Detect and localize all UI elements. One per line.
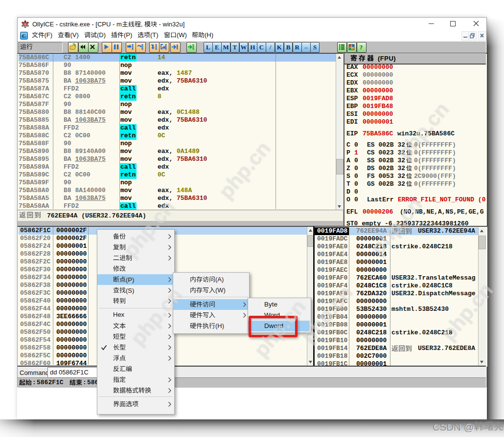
svg-text:?: ? (359, 44, 363, 51)
svg-text:C: C (22, 33, 26, 39)
